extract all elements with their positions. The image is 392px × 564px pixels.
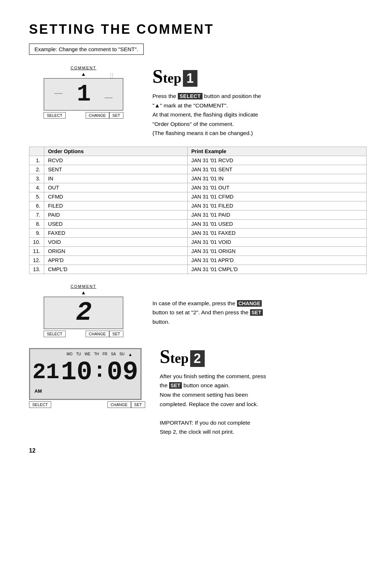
step1-section: COMMENT ▲ / |/ \ — 1 — SELECT CHANGE SET… [29,66,367,138]
table-cell-num: 4. [29,183,44,192]
table-cell-option: PAID [44,210,188,219]
lcd3-time2: 09 [107,357,138,387]
lcd2-select-btn[interactable]: SELECT [44,331,66,337]
lcd3-select-btn[interactable]: SELECT [29,401,51,408]
lcd3-change-set-group: CHANGE SET [107,401,145,408]
lcd1-select-btn[interactable]: SELECT [44,112,66,119]
step2-change-description: In case of the example, press the CHANGE… [152,299,367,327]
lcd3-colon2: : [93,359,106,383]
table-cell-print: JAN 31 '01 OUT [187,183,366,192]
table-cell-option: OUT [44,183,188,192]
table-cell-print: JAN 31 '01 SENT [187,165,366,174]
day-tu: TU [76,352,81,357]
table-cell-option: CMPL'D [44,265,188,274]
step2-number: 2 [190,350,205,367]
table-header-print: Print Example [187,147,366,156]
day-mo: MO [67,352,73,357]
table-cell-print: JAN 31 '01 PAID [187,210,366,219]
lcd1-digit: 1 [77,81,90,107]
lcd3-container: MO TU WE TH FR SA SU ▲ 21 10 : 09 AM SEL… [29,346,145,408]
lcd1-set-btn[interactable]: SET [109,112,123,119]
lcd3-change-btn[interactable]: CHANGE [107,401,131,408]
table-cell-num: 2. [29,165,44,174]
page-title: SETTING THE COMMENT [29,22,367,37]
lcd1-arrow-row: ▲ / |/ \ [44,71,123,78]
table-row: 9. FAXED JAN 31 '01 FAXED [29,228,367,237]
table-cell-option: FAXED [44,228,188,237]
lcd2-label: COMMENT [71,284,97,289]
table-row: 6. FILED JAN 31 '01 FILED [29,201,367,210]
table-cell-num: 7. [29,210,44,219]
day-th: TH [94,352,99,357]
lcd3-day-digits: 21 [32,359,59,385]
table-cell-num: 9. [29,228,44,237]
table-cell-num: 10. [29,237,44,246]
step2-lcd-section: COMMENT ▲ 2 SELECT CHANGE SET In case of… [29,284,367,337]
lcd1-label: COMMENT [71,66,97,70]
options-table: Order Options Print Example 1. RCVD JAN … [29,147,367,274]
lcd3-am: AM [34,388,42,396]
table-header-options: Order Options [44,147,188,156]
table-cell-option: SENT [44,165,188,174]
lcd1-buttons-row: SELECT CHANGE SET [44,112,123,119]
example-box: Example: Change the comment to "SENT". [29,44,144,55]
table-cell-option: APR'D [44,256,188,265]
lcd3-buttons-row: SELECT CHANGE SET [29,401,145,408]
step2-text-col: S tep 2 After you finish setting the com… [160,346,367,437]
lcd1-screen: — 1 — [44,78,123,111]
table-row: 2. SENT JAN 31 '01 SENT [29,165,367,174]
step1-select-highlight: SELECT [178,93,203,99]
step2-s: S [160,346,170,367]
lcd3-days: MO TU WE TH FR SA SU ▲ [34,352,136,357]
table-cell-print: JAN 31 '01 ORIGN [187,246,366,256]
table-cell-option: CFMD [44,192,188,201]
table-cell-num: 3. [29,174,44,183]
lcd2-buttons-row: SELECT CHANGE SET [44,331,123,337]
table-cell-num: 11. [29,246,44,256]
step1-description: Press the SELECT button and position the… [152,91,367,138]
lcd2-change-btn[interactable]: CHANGE [86,331,109,337]
step2-change-text: In case of the example, press the CHANGE… [152,284,367,327]
step1-number: 1 [183,70,197,87]
step1-text-col: S tep 1 Press the SELECT button and posi… [152,66,367,138]
lcd3-time1: 10 [61,357,92,387]
table-cell-print: JAN 31 '01 RCVD [187,156,366,165]
lcd3-screen: MO TU WE TH FR SA SU ▲ 21 10 : 09 AM [29,348,142,400]
lcd3-inner: 21 10 : 09 [34,358,136,387]
table-cell-print: JAN 31 '01 CFMD [187,192,366,201]
step2-description: After you finish setting the comment, pr… [160,372,367,437]
table-row: 3. IN JAN 31 '01 IN [29,174,367,183]
lcd2-arrow-top: ▲ [81,290,86,296]
step1-heading: S tep 1 [152,66,367,87]
lcd1-container: COMMENT ▲ / |/ \ — 1 — SELECT CHANGE SET [29,66,138,119]
lcd2-container: COMMENT ▲ 2 SELECT CHANGE SET [29,284,138,337]
table-cell-print: JAN 31 '01 FAXED [187,228,366,237]
lcd2-change-set-group: CHANGE SET [86,331,123,337]
lcd3-set-btn[interactable]: SET [131,401,145,408]
table-row: 1. RCVD JAN 31 '01 RCVD [29,156,367,165]
table-cell-print: JAN 31 '01 VOID [187,237,366,246]
table-cell-num: 5. [29,192,44,201]
day-sa: SA [111,352,116,357]
step2-section: MO TU WE TH FR SA SU ▲ 21 10 : 09 AM SEL… [29,346,367,437]
table-cell-print: JAN 31 '01 APR'D [187,256,366,265]
table-cell-option: VOID [44,237,188,246]
table-cell-option: ORIGN [44,246,188,256]
lcd3-arrow: ▲ [128,352,132,357]
step2-tep: tep [170,350,189,366]
lcd1-change-btn[interactable]: CHANGE [86,112,109,119]
table-cell-print: JAN 31 '01 CMPL'D [187,265,366,274]
lcd2-digit: 2 [76,298,91,328]
step1-tep: tep [163,70,181,86]
lcd1-arrow-top: ▲ [81,71,86,77]
lcd2-set-btn[interactable]: SET [109,331,123,337]
table-row: 7. PAID JAN 31 '01 PAID [29,210,367,219]
step2-change-highlight: CHANGE [237,300,262,307]
table-cell-option: FILED [44,201,188,210]
table-cell-num: 8. [29,219,44,228]
table-row: 8. USED JAN 31 '01 USED [29,219,367,228]
table-cell-num: 12. [29,256,44,265]
table-cell-option: IN [44,174,188,183]
table-row: 5. CFMD JAN 31 '01 CFMD [29,192,367,201]
table-row: 13. CMPL'D JAN 31 '01 CMPL'D [29,265,367,274]
